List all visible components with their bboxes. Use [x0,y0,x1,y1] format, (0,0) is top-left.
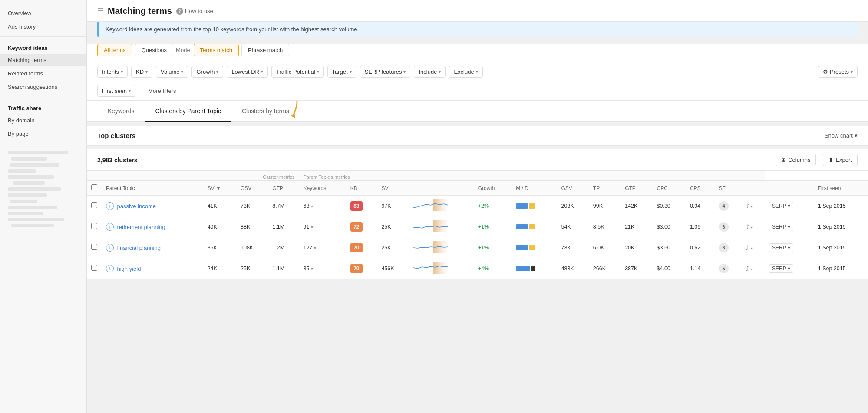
table-row: + retirement planning 40K 88K 1.1M 91 ▾ … [87,216,868,237]
serp-button[interactable]: SERP ▾ [769,202,793,210]
trend-chevron[interactable]: ▾ [751,267,753,272]
columns-icon: ⊞ [781,157,786,163]
keyword-link[interactable]: retirement planning [117,224,165,230]
filter-kd[interactable]: KD ▾ [131,66,152,78]
col-headers-row: Parent Topic SV ▼ GSV GTP Keywords KD SV… [87,181,868,196]
col-keywords[interactable]: Keywords [299,181,346,196]
col-growth[interactable]: Growth [474,181,512,196]
row-keywords: 91 ▾ [299,216,346,237]
row-sv2: 456K [377,258,409,279]
row-sv2: 97K [377,196,409,216]
sidebar-item-by-domain[interactable]: By domain [0,114,86,127]
row-checkbox[interactable] [91,265,97,271]
sidebar-item-ads-history[interactable]: Ads history [0,20,86,33]
col-gsv[interactable]: GSV [236,181,268,196]
select-all-checkbox[interactable] [91,184,97,190]
filter-growth[interactable]: Growth ▾ [191,66,223,78]
sidebar-placeholder [0,148,86,233]
columns-button[interactable]: ⊞ Columns [776,154,816,166]
mode-label: Mode [176,47,190,53]
row-chart [409,196,474,216]
expand-button[interactable]: + [106,265,114,272]
keyword-link[interactable]: high yield [117,266,141,272]
col-cpc[interactable]: CPC [653,181,686,196]
row-sv2: 25K [377,237,409,258]
row-md [512,237,557,258]
col-first-seen[interactable]: First seen [814,181,868,196]
chevron-include: ▾ [439,69,441,74]
col-sf[interactable]: SF [715,181,742,196]
row-growth: +1% [474,237,512,258]
sidebar-item-matching-terms[interactable]: Matching terms [0,54,86,66]
row-keywords: 35 ▾ [299,258,346,279]
expand-button[interactable]: + [106,202,114,210]
sidebar-item-search-suggestions[interactable]: Search suggestions [0,81,86,93]
serp-button[interactable]: SERP ▾ [769,243,793,252]
sidebar-item-by-page[interactable]: By page [0,128,86,140]
export-button[interactable]: ⬆ Export [823,154,858,166]
col-parent-topic[interactable]: Parent Topic [102,181,203,196]
col-gsv2[interactable]: GSV [557,181,589,196]
row-sf: 6 [715,216,742,237]
trend-chevron[interactable]: ▾ [751,204,753,209]
table-row: + passive income 41K 73K 8.7M 68 ▾ 83 97… [87,196,868,216]
filter-serp-features[interactable]: SERP features ▾ [360,66,411,78]
tab-terms-match[interactable]: Terms match [194,44,239,56]
sidebar-divider-2 [0,97,86,97]
filter-lowest-dr[interactable]: Lowest DR ▾ [227,66,268,78]
col-tp[interactable]: TP [589,181,620,196]
row-md [512,216,557,237]
filter-intents[interactable]: Intents ▾ [97,66,128,78]
filter-target[interactable]: Target ▾ [327,66,356,78]
col-cps[interactable]: CPS [686,181,715,196]
sub-tab-keywords[interactable]: Keywords [97,101,145,122]
keyword-link[interactable]: passive income [117,203,156,210]
row-gtp: 1.2M [268,237,299,258]
traffic-bar [516,245,538,250]
tab-questions[interactable]: Questions [135,44,174,56]
help-link[interactable]: ? How to use [176,8,213,15]
sidebar-divider-1 [0,36,86,37]
row-gsv: 25K [236,258,268,279]
filter-first-seen[interactable]: First seen ▾ [97,85,135,97]
hamburger-icon[interactable]: ☰ [97,7,103,15]
row-checkbox[interactable] [91,223,97,229]
clusters-count: 2,983 clusters [97,157,138,164]
col-gtp[interactable]: GTP [268,181,299,196]
filter-volume[interactable]: Volume ▾ [156,66,188,78]
serp-button[interactable]: SERP ▾ [769,223,793,231]
filter-kd-label: KD [136,69,144,75]
filter-exclude[interactable]: Exclude ▾ [449,66,482,78]
expand-button[interactable]: + [106,223,114,231]
tab-phrase-match[interactable]: Phrase match [241,44,289,56]
row-trend: ⤴ ▾ [742,258,765,279]
col-sv2[interactable]: SV [377,181,409,196]
row-cpc: $4.00 [653,258,686,279]
trend-chevron[interactable]: ▾ [751,225,753,230]
row-checkbox[interactable] [91,244,97,250]
row-cpc: $3.00 [653,216,686,237]
filter-include[interactable]: Include ▾ [414,66,446,78]
col-sv[interactable]: SV ▼ [203,181,236,196]
row-gtp2: 387K [620,258,652,279]
sidebar-item-related-terms[interactable]: Related terms [0,67,86,80]
row-checkbox-cell [87,237,102,258]
keyword-link[interactable]: financial planning [117,245,160,251]
tab-all-terms[interactable]: All terms [97,44,132,56]
sub-tab-clusters-by-terms[interactable]: Clusters by terms [231,101,300,122]
sidebar-item-overview[interactable]: Overview [0,7,86,20]
filter-traffic-potential[interactable]: Traffic Potential ▾ [271,66,324,78]
col-kd[interactable]: KD [346,181,377,196]
show-chart-button[interactable]: Show chart ▾ [825,132,858,139]
presets-button[interactable]: ⚙ Presets ▾ [818,66,858,78]
expand-button[interactable]: + [106,244,114,252]
sub-tab-clusters-by-parent[interactable]: Clusters by Parent Topic [145,101,231,122]
col-md[interactable]: M / D [512,181,557,196]
more-filters-button[interactable]: + More filters [139,85,181,97]
col-gtp2[interactable]: GTP [620,181,652,196]
filter-growth-label: Growth [196,69,215,75]
serp-button[interactable]: SERP ▾ [769,264,793,273]
chevron-target: ▾ [350,69,352,74]
trend-chevron[interactable]: ▾ [751,246,753,251]
row-checkbox[interactable] [91,202,97,208]
